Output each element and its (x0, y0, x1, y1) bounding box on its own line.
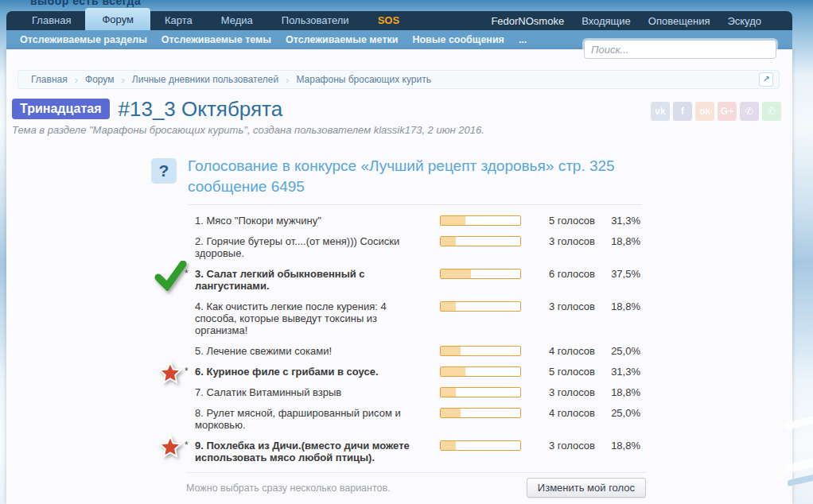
poll-option-text: *6. Куриное филе с грибами в соусе. (195, 366, 426, 378)
poll-option-bar-fill (441, 388, 456, 397)
poll-option-bar (440, 366, 521, 377)
thread-header: Тринадцатая #13_3 Октябрята (12, 95, 282, 122)
googleplus-icon[interactable]: G+ (718, 102, 737, 121)
subnav-link[interactable]: ... (512, 34, 534, 45)
odnoklassniki-icon[interactable]: ok (695, 102, 714, 121)
poll-option-votes: 3 голосов (549, 386, 605, 398)
poll-option-votes: 6 голосов (549, 268, 605, 280)
poll-option-percent: 25,0% (605, 407, 640, 419)
poll-option-row: *5. Лечение свежими соками! 4 голосов 25… (195, 345, 654, 357)
change-vote-button[interactable]: Изменить мой голос (527, 478, 646, 498)
subnav-link[interactable]: Отслеживаемые метки (278, 34, 405, 45)
poll-option-percent: 25,0% (605, 345, 640, 357)
poll-option-percent: 31,3% (605, 366, 640, 378)
poll-option-bar-fill (441, 409, 461, 417)
nav-tabs: ГлавнаяФорумКартаМедиаПользователиSOS (6, 11, 414, 30)
poll-option-bar-fill (441, 347, 461, 355)
nav-user-link[interactable]: Эскудо (718, 15, 770, 27)
subnav-link[interactable]: Новые сообщения (405, 34, 511, 45)
poll-option-bar (440, 215, 521, 226)
poll-option-bar (440, 236, 521, 246)
nav-tab[interactable]: Медиа (207, 11, 267, 30)
subnav-link[interactable]: Отслеживаемые разделы (13, 34, 154, 45)
social-share-icons: vkfokG+✆✆ (651, 102, 781, 121)
viber-icon[interactable]: ✆ (740, 102, 759, 121)
voted-check-icon (154, 261, 187, 294)
nav-tab[interactable]: Карта (150, 11, 207, 30)
nav-tab[interactable]: Форум (85, 8, 150, 30)
thread-prefix-badge[interactable]: Тринадцатая (12, 99, 110, 119)
poll-question-icon: ? (151, 158, 177, 184)
poll-option-bar (440, 408, 521, 418)
poll-options-list: *1. Мясо "Покори мужчину" 5 голосов 31,3… (195, 215, 654, 463)
poll-option-bar-fill (441, 367, 465, 376)
nav-tab[interactable]: SOS (364, 11, 414, 30)
poll-footnote: Можно выбрать сразу несколько вариантов. (186, 483, 391, 494)
poll-option-text: *8. Рулет мясной, фаршированный рисом и … (195, 407, 426, 431)
poll-option-votes: 4 голосов (549, 345, 605, 357)
poll-option-row: *2. Горячие бутеры от....(от меня))) Сос… (195, 235, 654, 259)
site-slogan: выбор есть всегда (30, 0, 141, 7)
main-navbar: ГлавнаяФорумКартаМедиаПользователиSOS Fe… (6, 11, 792, 30)
poll-option-votes: 5 голосов (549, 215, 605, 227)
poll-option-percent: 18,8% (605, 440, 640, 452)
poll-option-votes: 4 голосов (549, 407, 605, 419)
poll-option-bar-fill (441, 216, 465, 225)
breadcrumb-link[interactable]: Форум (78, 74, 121, 85)
breadcrumb: Главная›Форум›Личные дневники пользовате… (18, 70, 780, 89)
thread-title: #13_3 Октябрята (119, 97, 283, 122)
poll-option-bar-fill (441, 302, 456, 311)
nav-user-link[interactable]: Оповещения (640, 15, 719, 27)
voted-star-icon (158, 435, 182, 462)
poll-option-bar-fill (441, 269, 471, 278)
search-box (584, 40, 776, 59)
content-area: Главная›Форум›Личные дневники пользовате… (6, 49, 792, 504)
poll-option-bar (440, 387, 521, 397)
poll-option-row: *8. Рулет мясной, фаршированный рисом и … (195, 407, 654, 431)
poll-footer: Можно выбрать сразу несколько вариантов.… (186, 472, 646, 498)
breadcrumb-link[interactable]: Личные дневники пользователей (125, 74, 286, 85)
poll-option-votes: 3 голосов (549, 300, 605, 312)
poll-option-percent: 37,5% (605, 268, 640, 280)
poll-option-text: *5. Лечение свежими соками! (195, 345, 426, 357)
poll-option-bar (440, 301, 521, 312)
whatsapp-icon[interactable]: ✆ (762, 102, 781, 121)
poll-title: Голосование в конкурсе «Лучший рецепт зд… (188, 156, 641, 197)
poll-option-row: *9. Похлебка из Дичи.(вместо дичи можете… (195, 440, 654, 463)
poll-option-percent: 18,8% (605, 300, 640, 312)
voted-asterisk: * (185, 366, 189, 378)
poll-option-percent: 31,3% (605, 215, 640, 227)
breadcrumb-items: Главная›Форум›Личные дневники пользовате… (24, 74, 438, 86)
poll-option-text: *4. Как очистить легкие после курения: 4… (195, 300, 426, 336)
poll-option-text: *9. Похлебка из Дичи.(вместо дичи можете… (195, 440, 426, 463)
nav-tab[interactable]: Пользователи (267, 11, 364, 30)
poll-option-percent: 18,8% (605, 235, 640, 247)
nav-user-link[interactable]: Входящие (573, 15, 640, 27)
poll-option-votes: 5 голосов (549, 366, 605, 378)
poll-option-bar-fill (441, 237, 456, 246)
poll-option-votes: 3 голосов (549, 235, 605, 247)
search-input[interactable] (584, 40, 776, 59)
vk-icon[interactable]: vk (651, 102, 670, 121)
nav-user-links: FedorNOsmokeВходящиеОповещенияЭскудо (482, 15, 792, 27)
voted-star-icon (158, 361, 182, 388)
poll-option-text: *1. Мясо "Покори мужчину" (195, 215, 426, 227)
subnav-link[interactable]: Отслеживаемые темы (154, 34, 278, 45)
poll-option-bar (440, 269, 521, 279)
facebook-icon[interactable]: f (673, 102, 692, 121)
poll-option-text: *2. Горячие бутеры от....(от меня))) Сос… (195, 235, 426, 259)
poll-block: ? Голосование в конкурсе «Лучший рецепт … (151, 156, 654, 498)
poll-option-row: *4. Как очистить легкие после курения: 4… (195, 300, 654, 336)
nav-tab[interactable]: Главная (18, 11, 85, 30)
poll-option-row: *1. Мясо "Покори мужчину" 5 голосов 31,3… (195, 215, 654, 227)
poll-option-row: *7. Салатик Витаминный взрыв 3 голосов 1… (195, 386, 654, 398)
breadcrumb-link[interactable]: Главная (24, 74, 75, 85)
open-in-new-icon[interactable]: ↗ (759, 72, 773, 87)
poll-option-text: *3. Салат легкий обыкновенный с лангусти… (195, 268, 426, 292)
poll-option-percent: 18,8% (605, 386, 640, 398)
nav-user-link[interactable]: FedorNOsmoke (482, 15, 573, 27)
voted-asterisk: * (185, 268, 189, 280)
breadcrumb-link[interactable]: Марафоны бросающих курить (289, 74, 438, 85)
voted-asterisk: * (185, 440, 189, 452)
poll-option-row: *3. Салат легкий обыкновенный с лангусти… (195, 268, 654, 292)
